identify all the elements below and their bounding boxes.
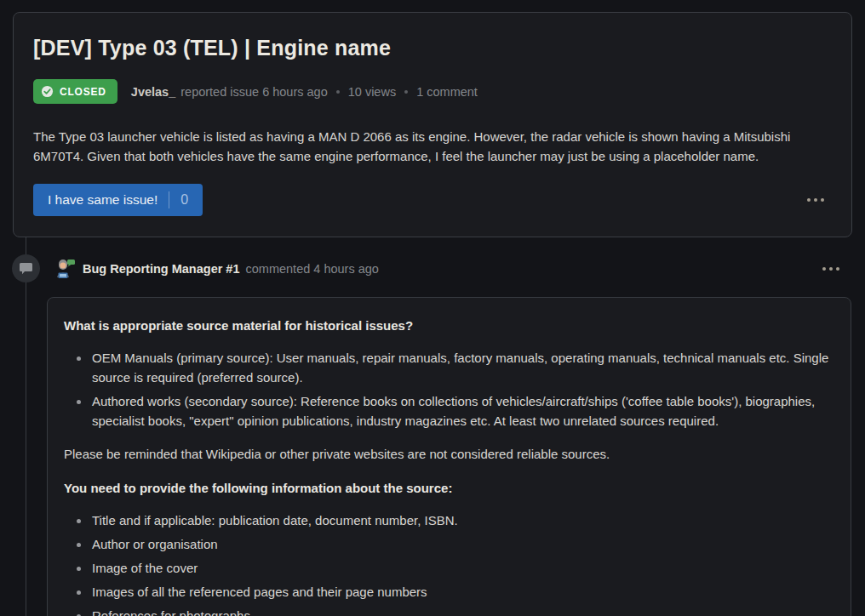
same-issue-count: 0 bbox=[180, 192, 188, 208]
comment-timeline: Bug Reporting Manager #1 commented 4 hou… bbox=[0, 237, 865, 616]
reminder-text: Please be reminded that Wikipedia or oth… bbox=[64, 444, 832, 464]
list-item: Authored works (secondary source): Refer… bbox=[90, 391, 832, 431]
list-item: Title and if applicable: publication dat… bbox=[90, 510, 832, 530]
issue-description: The Type 03 launcher vehicle is listed a… bbox=[33, 127, 831, 166]
question-heading: What is appropriate source material for … bbox=[64, 316, 832, 335]
issue-author[interactable]: Jvelas_ bbox=[131, 85, 175, 99]
same-issue-button[interactable]: I have same issue! 0 bbox=[33, 184, 203, 216]
requirements-list: Title and if applicable: publication dat… bbox=[64, 510, 832, 616]
status-badge: CLOSED bbox=[33, 79, 117, 104]
list-item: Images of all the referenced pages and t… bbox=[90, 582, 832, 602]
button-divider bbox=[169, 191, 169, 208]
speech-bubble-icon bbox=[19, 262, 33, 276]
ellipsis-icon bbox=[807, 198, 824, 202]
comment-header: Bug Reporting Manager #1 commented 4 hou… bbox=[0, 237, 865, 282]
avatar bbox=[54, 259, 76, 279]
status-label: CLOSED bbox=[60, 86, 106, 98]
issue-reported-text: reported issue 6 hours ago bbox=[180, 85, 328, 99]
source-types-list: OEM Manuals (primary source): User manua… bbox=[64, 348, 832, 431]
issue-footer-row: I have same issue! 0 bbox=[33, 184, 831, 216]
comment-author[interactable]: Bug Reporting Manager #1 bbox=[83, 262, 240, 276]
issue-page: { "colors": { "status_green": "#3d9e4c",… bbox=[0, 0, 865, 616]
comment-more-options-button[interactable] bbox=[816, 260, 846, 277]
issue-views: 10 views bbox=[348, 85, 396, 99]
timeline-line bbox=[26, 237, 26, 616]
comment-card: What is appropriate source material for … bbox=[47, 297, 851, 616]
issue-comment-count: 1 comment bbox=[416, 85, 478, 99]
check-circle-icon bbox=[41, 85, 54, 98]
comment-bubble-marker bbox=[12, 254, 40, 282]
issue-title: [DEV] Type 03 (TEL) | Engine name bbox=[33, 36, 831, 60]
issue-more-options-button[interactable] bbox=[800, 191, 831, 208]
list-item: Image of the cover bbox=[90, 558, 832, 578]
list-item: Author or organisation bbox=[90, 534, 832, 554]
requirements-heading: You need to provide the following inform… bbox=[64, 478, 832, 498]
list-item: References for photographs bbox=[90, 606, 832, 616]
dot-separator bbox=[404, 90, 408, 94]
issue-card: [DEV] Type 03 (TEL) | Engine name CLOSED… bbox=[13, 12, 852, 237]
comment-timestamp: commented 4 hours ago bbox=[246, 262, 379, 276]
ellipsis-icon bbox=[822, 267, 839, 271]
issue-meta-row: CLOSED Jvelas_ reported issue 6 hours ag… bbox=[33, 79, 831, 104]
same-issue-label: I have same issue! bbox=[48, 192, 158, 208]
list-item: OEM Manuals (primary source): User manua… bbox=[90, 348, 832, 387]
support-agent-avatar-icon bbox=[54, 259, 76, 279]
dot-separator bbox=[336, 90, 340, 94]
